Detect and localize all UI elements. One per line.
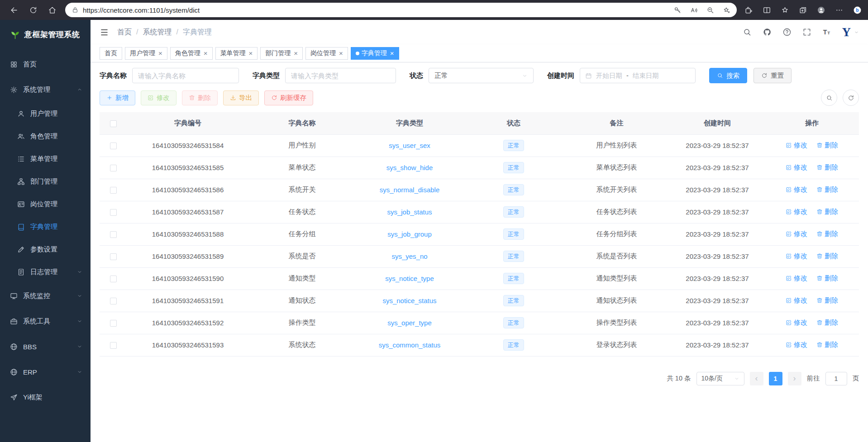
address-bar[interactable]: https://ccnetcore.com:1101/system/dict (65, 3, 737, 17)
row-edit-button[interactable]: 修改 (786, 274, 807, 283)
tab-角色管理[interactable]: 角色管理× (170, 47, 213, 60)
row-edit-button[interactable]: 修改 (786, 163, 807, 172)
font-size-icon[interactable]: TT (822, 28, 831, 37)
dict-type-input[interactable] (285, 68, 396, 83)
current-page[interactable]: 1 (769, 372, 782, 385)
row-checkbox[interactable] (110, 209, 117, 216)
row-delete-button[interactable]: 删除 (816, 318, 838, 327)
sidebar-item-岗位管理[interactable]: 岗位管理 (0, 193, 91, 215)
row-edit-button[interactable]: 修改 (786, 141, 807, 150)
date-range-picker[interactable]: 开始日期 - 结束日期 (580, 68, 696, 83)
tab-部门管理[interactable]: 部门管理× (260, 47, 303, 60)
goto-page-input[interactable] (825, 372, 847, 385)
question-icon[interactable] (782, 28, 792, 37)
read-aloud-icon[interactable] (687, 4, 701, 16)
reset-button[interactable]: 重置 (754, 68, 792, 83)
user-avatar[interactable]: Y (842, 26, 859, 38)
tab-用户管理[interactable]: 用户管理× (125, 47, 167, 60)
row-delete-button[interactable]: 删除 (816, 185, 838, 194)
close-icon[interactable]: × (294, 50, 298, 57)
back-icon[interactable] (5, 2, 23, 18)
row-checkbox[interactable] (110, 143, 117, 149)
close-icon[interactable]: × (158, 50, 162, 57)
row-delete-button[interactable]: 删除 (816, 208, 838, 216)
row-edit-button[interactable]: 修改 (786, 296, 807, 305)
row-edit-button[interactable]: 修改 (786, 230, 807, 238)
fullscreen-icon[interactable] (802, 28, 811, 37)
split-screen-icon[interactable] (761, 2, 772, 18)
dict-type-link[interactable]: sys_oper_type (387, 319, 432, 327)
sidebar-item-系统监控[interactable]: 系统监控 (0, 283, 91, 309)
tab-字典管理[interactable]: 字典管理× (351, 47, 399, 60)
row-checkbox[interactable] (110, 165, 117, 171)
row-checkbox[interactable] (110, 231, 117, 238)
row-delete-button[interactable]: 删除 (816, 163, 838, 172)
collapse-sidebar-icon[interactable] (100, 28, 109, 37)
row-checkbox[interactable] (110, 342, 117, 349)
sidebar-item-部门管理[interactable]: 部门管理 (0, 170, 91, 193)
row-delete-button[interactable]: 删除 (816, 252, 838, 261)
tab-菜单管理[interactable]: 菜单管理× (215, 47, 258, 60)
delete-button[interactable]: 删除 (182, 90, 218, 105)
dict-type-link[interactable]: sys_common_status (379, 341, 441, 349)
dict-type-link[interactable]: sys_show_hide (386, 164, 433, 171)
sidebar-item-用户管理[interactable]: 用户管理 (0, 102, 91, 125)
row-delete-button[interactable]: 删除 (816, 274, 838, 283)
row-edit-button[interactable]: 修改 (786, 208, 807, 216)
key-icon[interactable] (671, 4, 684, 16)
close-icon[interactable]: × (249, 50, 253, 57)
dict-type-link[interactable]: sys_notice_type (385, 275, 434, 282)
favorite-add-icon[interactable] (720, 4, 733, 16)
extensions-icon[interactable] (743, 2, 754, 18)
sidebar-item-菜单管理[interactable]: 菜单管理 (0, 147, 91, 170)
select-all-checkbox[interactable] (110, 120, 117, 127)
sidebar-item-BBS[interactable]: BBS (0, 334, 91, 359)
refresh-cache-button[interactable]: 刷新缓存 (264, 90, 313, 105)
breadcrumb-item[interactable]: 首页 (117, 28, 132, 37)
dict-type-link[interactable]: sys_user_sex (389, 142, 430, 149)
sidebar-item-日志管理[interactable]: 日志管理 (0, 261, 91, 283)
tab-首页[interactable]: 首页 (100, 47, 122, 60)
row-checkbox[interactable] (110, 298, 117, 304)
dict-type-link[interactable]: sys_notice_status (382, 297, 436, 304)
row-edit-button[interactable]: 修改 (786, 252, 807, 261)
show-search-button[interactable] (821, 90, 837, 106)
dict-type-link[interactable]: sys_normal_disable (380, 186, 440, 194)
favorites-icon[interactable] (779, 2, 790, 18)
refresh-table-button[interactable] (843, 90, 859, 106)
tab-岗位管理[interactable]: 岗位管理× (305, 47, 348, 60)
prev-page-button[interactable]: ‹ (750, 372, 763, 385)
bing-icon[interactable]: b (852, 2, 863, 18)
sidebar-item-首页[interactable]: 首页 (0, 52, 91, 77)
close-icon[interactable]: × (339, 50, 343, 57)
row-delete-button[interactable]: 删除 (816, 141, 838, 150)
profile-icon[interactable] (816, 2, 826, 18)
edit-button[interactable]: 修改 (141, 90, 176, 105)
breadcrumb-item[interactable]: 系统管理 (143, 28, 172, 37)
github-icon[interactable] (763, 28, 772, 37)
search-button[interactable]: 搜索 (709, 68, 747, 83)
dict-type-link[interactable]: sys_yes_no (391, 252, 427, 260)
dict-type-link[interactable]: sys_job_group (387, 230, 432, 238)
row-edit-button[interactable]: 修改 (786, 185, 807, 194)
dict-name-input[interactable] (132, 68, 239, 83)
sidebar-item-Yi框架[interactable]: Yi框架 (0, 385, 91, 410)
collections-icon[interactable] (797, 2, 808, 18)
row-checkbox[interactable] (110, 253, 117, 260)
close-icon[interactable]: × (390, 50, 394, 57)
close-icon[interactable]: × (204, 50, 208, 57)
row-checkbox[interactable] (110, 320, 117, 327)
home-icon[interactable] (43, 2, 61, 18)
row-delete-button[interactable]: 删除 (816, 296, 838, 305)
sidebar-item-系统工具[interactable]: 系统工具 (0, 309, 91, 334)
page-size-select[interactable]: 10条/页 (696, 372, 744, 385)
status-select[interactable]: 正常 (429, 68, 534, 83)
next-page-button[interactable]: › (788, 372, 801, 385)
refresh-icon[interactable] (24, 2, 42, 18)
row-checkbox[interactable] (110, 187, 117, 194)
row-checkbox[interactable] (110, 276, 117, 282)
row-edit-button[interactable]: 修改 (786, 341, 807, 349)
row-edit-button[interactable]: 修改 (786, 318, 807, 327)
row-delete-button[interactable]: 删除 (816, 230, 838, 238)
sidebar-item-角色管理[interactable]: 角色管理 (0, 125, 91, 147)
